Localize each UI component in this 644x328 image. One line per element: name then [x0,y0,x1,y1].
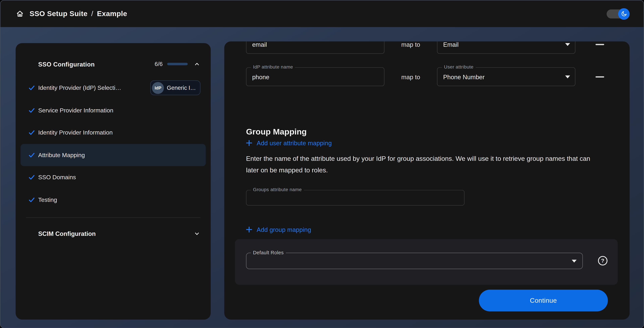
question-mark-icon: ? [601,258,604,264]
sso-configuration-title: SSO Configuration [38,60,95,67]
attribute-mapping-row: IdP attribute name map to User attribute… [246,67,604,86]
sidebar-item-sso-domains[interactable]: SSO Domains [20,166,206,188]
user-attribute-select-label: User attribute [442,64,476,69]
sso-step-list: Identity Provider (IdP) Selecti… IdP Gen… [20,77,206,211]
add-group-mapping-link[interactable]: Add group mapping [246,226,311,233]
theme-toggle[interactable] [606,9,629,18]
user-attribute-value: Email [443,41,458,48]
scim-configuration-title: SCIM Configuration [38,230,96,237]
home-button[interactable] [16,10,24,18]
idp-attribute-field[interactable] [246,41,384,54]
sidebar-item-label: Identity Provider Information [38,129,113,136]
check-icon [28,129,35,136]
sso-progress-count: 6/6 [155,61,163,67]
scim-section-expand-button[interactable] [193,230,200,237]
dropdown-arrow-icon [572,260,576,262]
plus-icon [246,140,252,146]
add-user-attribute-mapping-label: Add user attribute mapping [257,140,332,147]
moon-icon [621,11,627,17]
top-bar: SSO Setup Suite / Example [0,0,644,27]
breadcrumb-root[interactable]: SSO Setup Suite [30,9,88,18]
sso-progress-bar [167,63,188,65]
viewport: SSO Setup Suite / Example SSO Configurat… [0,0,644,328]
sidebar-divider [26,217,200,218]
sidebar-item-idp-selection[interactable]: Identity Provider (IdP) Selecti… IdP Gen… [20,77,206,99]
continue-button[interactable]: Continue [479,290,608,312]
group-mapping-description: Enter the name of the attribute used by … [246,153,596,176]
app-window: SSO Setup Suite / Example SSO Configurat… [0,0,644,328]
add-group-mapping-label: Add group mapping [257,226,311,233]
sidebar-item-service-provider-information[interactable]: Service Provider Information [20,99,206,121]
dropdown-arrow-icon [565,75,570,78]
chevron-up-icon [194,61,200,67]
groups-attribute-input[interactable] [252,194,458,201]
sidebar-item-attribute-mapping[interactable]: Attribute Mapping [20,144,206,166]
map-to-label: map to [384,41,437,48]
check-icon [28,85,35,91]
groups-attribute-field-label: Groups attribute name [251,187,304,192]
default-roles-panel: Default Roles ? [235,239,618,285]
minus-icon [595,44,604,45]
chevron-down-icon [194,230,200,237]
attribute-mapping-row: map to Email [246,41,604,54]
idp-badge-icon: IdP [152,82,164,94]
breadcrumb-separator: / [91,9,93,18]
user-attribute-select[interactable]: User attribute Phone Number [437,67,576,86]
remove-mapping-button[interactable] [595,41,604,49]
home-icon [16,10,24,18]
group-mapping-heading: Group Mapping [246,127,307,137]
attribute-mapping-panel: map to Email IdP attribute name m [224,41,630,320]
dropdown-arrow-icon [565,43,570,46]
sidebar-item-label: SSO Domains [38,174,76,181]
idp-chip-label: Generic I… [167,85,196,91]
map-to-label: map to [384,73,437,80]
sso-section-collapse-button[interactable] [193,60,200,68]
sidebar-item-testing[interactable]: Testing [20,188,206,211]
idp-attribute-input[interactable] [252,73,379,80]
user-attribute-select[interactable]: Email [437,41,576,54]
check-icon [28,152,35,158]
remove-mapping-button[interactable] [595,72,604,82]
sidebar-item-label: Attribute Mapping [38,152,85,158]
plus-icon [246,227,252,233]
sidebar-item-label: Identity Provider (IdP) Selecti… [38,85,121,91]
selected-idp-chip: IdP Generic I… [150,81,200,95]
check-icon [28,174,35,181]
default-roles-select[interactable]: Default Roles [246,253,583,269]
user-attribute-value: Phone Number [443,73,484,80]
idp-attribute-field[interactable]: IdP attribute name [246,67,384,86]
groups-attribute-field[interactable]: Groups attribute name [246,190,464,206]
setup-steps-sidebar: SSO Configuration 6/6 Identity Provider … [16,43,211,320]
minus-icon [595,76,604,77]
add-user-attribute-mapping-link[interactable]: Add user attribute mapping [246,140,332,147]
breadcrumb-current: Example [97,9,127,18]
sidebar-item-identity-provider-information[interactable]: Identity Provider Information [20,121,206,144]
idp-attribute-field-label: IdP attribute name [251,64,295,69]
check-icon [28,196,35,203]
page-background: SSO Configuration 6/6 Identity Provider … [0,27,644,328]
sidebar-item-label: Service Provider Information [38,107,113,114]
check-icon [28,107,35,114]
scim-configuration-section-header[interactable]: SCIM Configuration [38,225,200,242]
default-roles-help-button[interactable]: ? [598,256,608,265]
sso-configuration-section-header: SSO Configuration 6/6 [38,56,200,72]
default-roles-select-label: Default Roles [251,250,286,256]
breadcrumb: SSO Setup Suite / Example [30,9,127,18]
sidebar-item-label: Testing [38,196,57,203]
idp-attribute-input[interactable] [252,41,379,48]
theme-toggle-knob [618,8,630,19]
